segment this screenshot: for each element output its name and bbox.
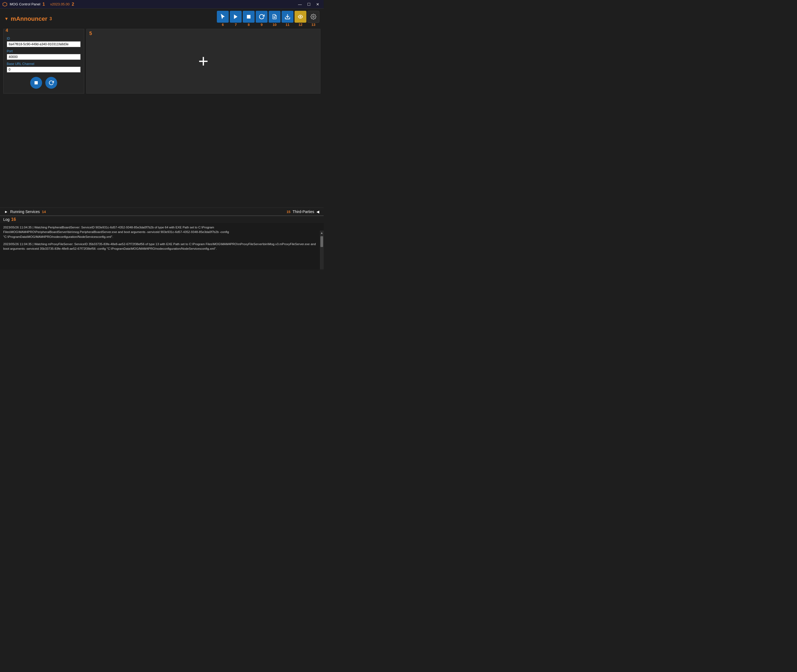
- svg-rect-1: [247, 15, 250, 18]
- log-content: 2023/05/26 11:04:35 | Watching Periphera…: [0, 223, 324, 261]
- app-version: v2023.05.00: [50, 2, 70, 6]
- service-name-label: mAnnouncer: [11, 15, 48, 22]
- left-panel: 4 ID Port Base URL Channel: [3, 29, 84, 94]
- service-name-group: ▼ mAnnouncer 3: [4, 15, 52, 22]
- svg-point-5: [300, 16, 301, 18]
- id-input[interactable]: [7, 41, 81, 47]
- scroll-up-arrow[interactable]: ▲: [320, 230, 324, 235]
- minimize-button[interactable]: —: [296, 2, 304, 7]
- toolbar: 6 7 8: [217, 11, 319, 27]
- collapse-third-parties-icon: ◀: [316, 210, 319, 214]
- log-entry-1: 2023/05/26 11:04:35 | Watching Periphera…: [3, 225, 318, 239]
- action-buttons: [7, 77, 81, 89]
- app-title: MOG Control Panel: [10, 2, 40, 6]
- download-button[interactable]: [282, 11, 293, 22]
- expand-services-icon: ►: [4, 210, 8, 214]
- num10-badge: 10: [273, 22, 277, 27]
- log-header: Log 16: [0, 216, 324, 223]
- empty-area: [0, 96, 324, 208]
- log-scrollbar: ▲ ▼: [320, 230, 324, 269]
- stop-button[interactable]: [243, 11, 254, 22]
- add-panel[interactable]: 5 +: [86, 29, 320, 94]
- log-entry-2: 2023/05/26 11:04:35 | Watching mProxyFil…: [3, 242, 318, 251]
- content-panels: 4 ID Port Base URL Channel: [0, 29, 324, 96]
- play-button[interactable]: [230, 11, 242, 22]
- running-services-group[interactable]: ► Running Services 14: [4, 210, 46, 214]
- port-input[interactable]: [7, 54, 81, 60]
- num15-badge: 15: [286, 210, 290, 214]
- refresh-action-button[interactable]: [45, 77, 57, 89]
- settings-button[interactable]: [307, 11, 319, 22]
- num5-badge: 5: [89, 31, 92, 37]
- third-parties-label: Third-Parties: [293, 210, 314, 214]
- services-bar: ► Running Services 14 15 Third-Parties ◀: [0, 208, 324, 216]
- num6-badge: 6: [222, 22, 224, 27]
- num4-badge: 4: [6, 28, 8, 33]
- add-icon: +: [198, 53, 208, 70]
- running-services-label: Running Services: [10, 210, 40, 214]
- svg-marker-0: [234, 14, 238, 19]
- num12-badge: 12: [299, 22, 302, 27]
- log-label: Log: [3, 218, 10, 222]
- stop-action-button[interactable]: [30, 77, 42, 89]
- preview-button[interactable]: [294, 11, 306, 22]
- refresh-button[interactable]: [256, 11, 267, 22]
- num9-badge: 9: [261, 22, 262, 27]
- id-label: ID: [7, 37, 81, 40]
- base-url-field-group: Base URL Channel: [7, 62, 81, 72]
- port-field-group: Port: [7, 50, 81, 60]
- scroll-thumb[interactable]: [320, 236, 323, 247]
- log-section: Log 16 2023/05/26 11:04:35 | Watching Pe…: [0, 216, 324, 269]
- service-expand-chevron[interactable]: ▼: [4, 16, 9, 21]
- num1-badge: 1: [42, 2, 45, 7]
- base-url-label: Base URL Channel: [7, 62, 81, 66]
- num8-badge: 8: [248, 22, 250, 27]
- app-logo-icon: [2, 2, 8, 7]
- window-controls: — ☐ ✕: [296, 2, 322, 7]
- title-bar: MOG Control Panel 1 v2023.05.00 2 — ☐ ✕: [0, 0, 324, 9]
- base-url-input[interactable]: [7, 67, 81, 72]
- document-button[interactable]: [269, 11, 280, 22]
- pointer-button[interactable]: [217, 11, 229, 22]
- num14-badge: 14: [42, 210, 46, 214]
- num2-badge: 2: [72, 2, 74, 7]
- svg-point-6: [313, 16, 314, 18]
- close-button[interactable]: ✕: [314, 2, 322, 7]
- service-header: ▼ mAnnouncer 3 6 7: [0, 9, 324, 29]
- port-label: Port: [7, 50, 81, 53]
- title-bar-left: MOG Control Panel 1 v2023.05.00 2: [2, 2, 74, 7]
- maximize-button[interactable]: ☐: [305, 2, 313, 7]
- svg-rect-7: [35, 81, 38, 85]
- log-entry-1-text: 2023/05/26 11:04:35 | Watching Periphera…: [3, 226, 229, 238]
- id-field-group: ID: [7, 37, 81, 47]
- third-parties-group[interactable]: 15 Third-Parties ◀: [286, 210, 319, 214]
- num7-badge: 7: [235, 22, 237, 27]
- num3-badge: 3: [50, 16, 52, 21]
- num11-badge: 11: [286, 22, 290, 27]
- num16-badge: 16: [11, 217, 16, 222]
- log-entry-2-text: 2023/05/26 11:04:35 | Watching mProxyFil…: [3, 242, 316, 250]
- num13-badge: 13: [312, 22, 315, 27]
